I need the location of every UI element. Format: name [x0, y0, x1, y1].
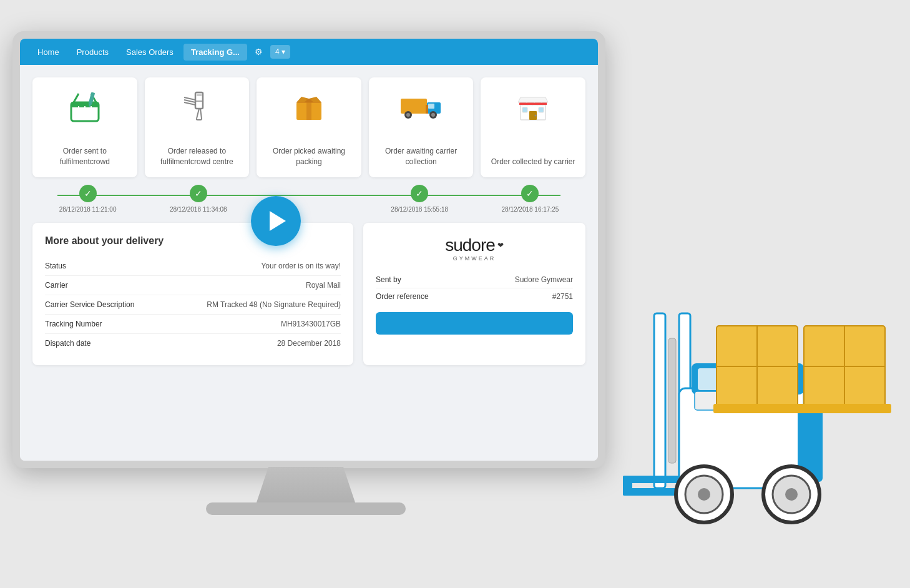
basket-icon [66, 87, 104, 130]
brand-sent-label: Sent by [376, 275, 401, 284]
status-card-picked: Order picked awaiting packing [257, 77, 361, 177]
brand-action-button[interactable] [376, 312, 573, 335]
progress-row: ✓ 28/12/2018 11:21:00 ✓ 28/12/2018 11:34… [32, 185, 585, 213]
brand-panel: sudore ❤ GYMWEAR Sent by Sudore Gymwear … [363, 223, 585, 365]
delivery-value-service: RM Tracked 48 (No Signature Required) [207, 300, 341, 309]
delivery-label-status: Status [45, 262, 66, 270]
status-card-collected: Order collected by carrier [481, 77, 585, 177]
step-check-4: ✓ [411, 185, 428, 202]
brand-ref-value: #2751 [552, 292, 573, 301]
svg-rect-19 [401, 99, 427, 114]
delivery-label-dispatch: Dispatch date [45, 339, 91, 348]
svg-rect-26 [426, 105, 428, 114]
svg-rect-11 [197, 94, 202, 96]
card-label-sent: Order sent to fulfilmentcrowd [42, 146, 127, 167]
brand-logo-area: sudore ❤ GYMWEAR [376, 235, 573, 262]
delivery-value-carrier: Royal Mail [306, 281, 341, 290]
navbar: Home Products Sales Orders Tracking G...… [20, 39, 598, 65]
forklift-illustration [598, 263, 910, 551]
brand-heart-icon: ❤ [497, 241, 504, 250]
nav-products[interactable]: Products [69, 44, 116, 61]
step-date-1: 28/12/2018 11:21:00 [59, 206, 117, 213]
svg-point-54 [785, 488, 798, 501]
step-check-5: ✓ [521, 185, 539, 202]
delivery-value-tracking: MH913430017GB [281, 320, 341, 328]
progress-step-1: ✓ 28/12/2018 11:21:00 [32, 185, 143, 213]
main-content: Order sent to fulfilmentcrowd [20, 65, 598, 461]
svg-point-29 [535, 115, 537, 117]
delivery-label-tracking: Tracking Number [45, 320, 102, 328]
nav-badge[interactable]: 4 ▾ [270, 45, 290, 59]
card-label-collected: Order collected by carrier [491, 157, 575, 167]
card-label-picked: Order picked awaiting packing [267, 146, 351, 167]
step-date-2: 28/12/2018 11:34:08 [170, 206, 227, 213]
svg-rect-31 [539, 107, 544, 112]
status-card-released: Order released to fulfilmentcrowd centre [145, 77, 250, 177]
svg-point-25 [431, 113, 435, 117]
status-card-awaiting: Order awaiting carrier collection [369, 77, 474, 177]
delivery-row-status: Status Your order is on its way! [45, 257, 341, 276]
progress-step-2: ✓ 28/12/2018 11:34:08 [143, 185, 253, 213]
nav-sales-orders[interactable]: Sales Orders [119, 44, 181, 61]
svg-rect-38 [654, 313, 665, 488]
box-icon [290, 87, 328, 130]
step-check-2: ✓ [190, 185, 207, 202]
delivery-label-carrier: Carrier [45, 281, 68, 290]
svg-marker-37 [518, 97, 548, 102]
delivery-value-status: Your order is on its way! [261, 262, 341, 270]
monitor-stand [243, 467, 368, 504]
svg-rect-48 [668, 338, 676, 463]
delivery-row-service: Carrier Service Description RM Tracked 4… [45, 295, 341, 315]
delivery-row-dispatch: Dispatch date 28 December 2018 [45, 334, 341, 353]
monitor-base [206, 502, 406, 515]
brand-row-sent: Sent by Sudore Gymwear [376, 272, 573, 288]
svg-line-14 [184, 100, 195, 102]
svg-rect-21 [428, 104, 434, 109]
truck-icon [399, 87, 443, 127]
progress-step-4: ✓ 28/12/2018 15:55:18 [364, 185, 475, 213]
progress-step-5: ✓ 28/12/2018 16:17:25 [475, 185, 585, 213]
svg-line-15 [184, 102, 195, 105]
delivery-row-tracking: Tracking Number MH913430017GB [45, 315, 341, 334]
svg-rect-17 [306, 99, 311, 120]
svg-point-51 [698, 488, 710, 501]
brand-row-ref: Order reference #2751 [376, 288, 573, 305]
delivery-row-carrier: Carrier Royal Mail [45, 276, 341, 295]
delivery-value-dispatch: 28 December 2018 [277, 339, 341, 348]
status-cards: Order sent to fulfilmentcrowd [32, 77, 585, 177]
svg-line-13 [184, 97, 195, 100]
nav-home[interactable]: Home [30, 44, 67, 61]
svg-point-23 [406, 113, 410, 117]
step-date-4: 28/12/2018 15:55:18 [391, 206, 448, 213]
card-label-awaiting: Order awaiting carrier collection [379, 146, 464, 167]
delivery-title: More about your delivery [45, 235, 341, 247]
scanner-icon [178, 87, 215, 130]
step-date-5: 28/12/2018 16:17:25 [502, 206, 559, 213]
svg-rect-61 [713, 404, 891, 413]
step-check-1: ✓ [79, 185, 97, 202]
nav-tracking[interactable]: Tracking G... [183, 44, 247, 61]
delivery-label-service: Carrier Service Description [45, 300, 134, 309]
card-label-released: Order released to fulfilmentcrowd centre [155, 146, 240, 167]
shop-icon [514, 87, 552, 130]
brand-name: sudore [445, 235, 495, 255]
brand-ref-label: Order reference [376, 292, 429, 301]
svg-rect-42 [623, 476, 632, 496]
brand-sent-value: Sudore Gymwear [515, 275, 573, 284]
status-card-sent: Order sent to fulfilmentcrowd [32, 77, 137, 177]
bottom-panels: More about your delivery Status Your ord… [32, 223, 585, 365]
brand-sub: GYMWEAR [453, 255, 496, 262]
delivery-panel: More about your delivery Status Your ord… [32, 223, 353, 365]
settings-icon[interactable]: ⚙ [250, 43, 268, 61]
play-button[interactable] [251, 196, 301, 246]
svg-rect-30 [522, 107, 527, 112]
play-icon [270, 211, 286, 231]
